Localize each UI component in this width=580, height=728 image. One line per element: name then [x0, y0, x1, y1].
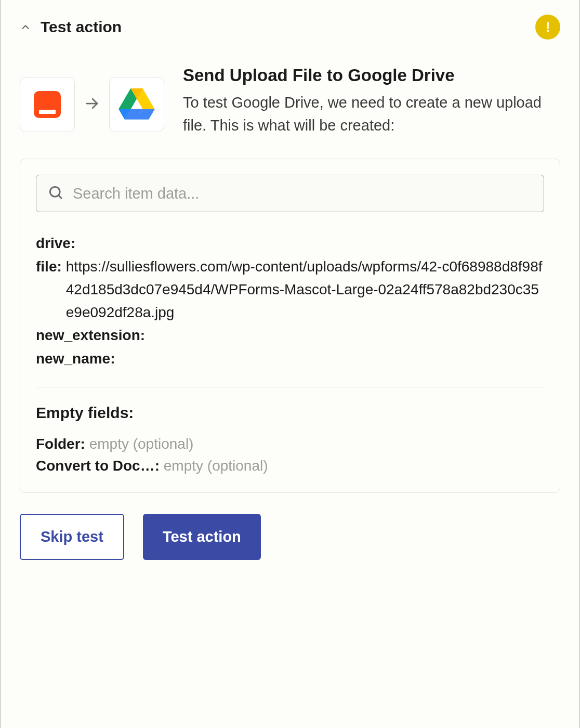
icon-flow — [20, 64, 164, 132]
section-header: Test action ! — [20, 15, 560, 40]
search-input[interactable] — [73, 185, 532, 202]
field-key: new_name: — [36, 347, 115, 370]
test-action-button[interactable]: Test action — [143, 514, 261, 560]
skip-test-button[interactable]: Skip test — [20, 514, 124, 560]
svg-rect-0 — [34, 91, 61, 118]
field-file: file: https://sulliesflowers.com/wp-cont… — [36, 255, 544, 324]
chevron-up-icon[interactable] — [20, 21, 31, 33]
info-row: Send Upload File to Google Drive To test… — [20, 64, 560, 137]
warning-badge-icon[interactable]: ! — [535, 15, 560, 40]
field-drive: drive: — [36, 232, 544, 255]
empty-field-value: empty (optional) — [164, 458, 268, 474]
button-row: Skip test Test action — [20, 514, 560, 560]
info-title: Send Upload File to Google Drive — [183, 64, 560, 86]
svg-line-4 — [59, 196, 62, 199]
field-list: drive: file: https://sulliesflowers.com/… — [36, 232, 544, 370]
arrow-right-icon — [84, 96, 100, 113]
empty-field-convert: Convert to Doc…: empty (optional) — [36, 455, 544, 477]
empty-fields-heading: Empty fields: — [36, 404, 544, 422]
data-panel: drive: file: https://sulliesflowers.com/… — [20, 159, 560, 492]
source-app-icon — [20, 77, 75, 132]
field-key: new_extension: — [36, 324, 145, 347]
search-box[interactable] — [36, 175, 544, 212]
field-value: https://sulliesflowers.com/wp-content/up… — [62, 255, 544, 324]
empty-field-value: empty (optional) — [89, 436, 194, 452]
empty-field-key: Folder: — [36, 436, 85, 452]
field-new-extension: new_extension: — [36, 324, 544, 347]
svg-rect-1 — [39, 110, 56, 114]
field-new-name: new_name: — [36, 347, 544, 370]
divider — [36, 387, 544, 387]
field-key: drive: — [36, 232, 75, 255]
target-app-icon — [109, 77, 164, 132]
section-title: Test action — [41, 18, 122, 36]
field-key: file: — [36, 255, 62, 278]
empty-field-key: Convert to Doc…: — [36, 458, 160, 474]
search-icon — [48, 185, 63, 202]
info-description: To test Google Drive, we need to create … — [183, 91, 560, 137]
empty-field-folder: Folder: empty (optional) — [36, 433, 544, 455]
